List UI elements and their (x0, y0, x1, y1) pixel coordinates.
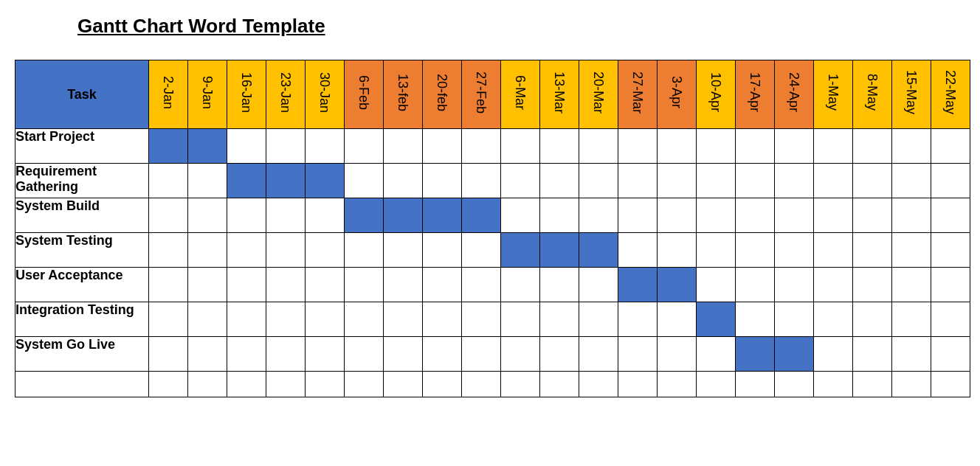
gantt-empty-cell (462, 268, 501, 302)
gantt-empty-cell (227, 233, 266, 268)
gantt-empty-cell (540, 129, 579, 164)
gantt-empty-cell (306, 268, 345, 302)
date-header-label: 15-May (905, 70, 918, 114)
gantt-empty-cell (384, 337, 423, 372)
gantt-empty-cell (345, 268, 384, 302)
task-name-cell: System Go Live (15, 337, 149, 372)
gantt-empty-cell (892, 198, 931, 233)
gantt-bar-cell (736, 337, 775, 372)
gantt-bar-cell (149, 129, 188, 164)
gantt-empty-cell (149, 372, 188, 397)
gantt-empty-cell (775, 233, 814, 268)
date-header-label: 23-Jan (279, 72, 292, 113)
gantt-empty-cell (618, 233, 658, 268)
page-title: Gantt Chart Word Template (77, 15, 967, 38)
gantt-empty-cell (775, 268, 814, 302)
gantt-bar-cell (345, 198, 384, 233)
gantt-empty-cell (697, 233, 736, 268)
date-header: 16-Jan (227, 60, 266, 129)
gantt-empty-cell (462, 164, 501, 198)
gantt-bar-cell (697, 302, 736, 337)
date-header: 6-Feb (345, 60, 384, 129)
date-header-label: 30-Jan (318, 72, 331, 113)
gantt-empty-cell (188, 198, 227, 233)
task-name-cell: System Build (15, 198, 149, 233)
gantt-empty-cell (227, 302, 266, 337)
gantt-empty-cell (306, 233, 345, 268)
gantt-empty-cell (227, 372, 266, 397)
gantt-empty-cell (931, 129, 970, 164)
gantt-empty-cell (892, 164, 931, 198)
gantt-empty-cell (306, 198, 345, 233)
gantt-empty-cell (423, 164, 462, 198)
gantt-empty-cell (579, 372, 618, 397)
gantt-empty-cell (853, 337, 892, 372)
gantt-empty-cell (736, 198, 775, 233)
gantt-bar-cell (501, 233, 540, 268)
gantt-empty-cell (306, 302, 345, 337)
gantt-empty-cell (345, 233, 384, 268)
gantt-bar-cell (306, 164, 345, 198)
gantt-empty-cell (697, 129, 736, 164)
gantt-empty-cell (423, 268, 462, 302)
date-header-label: 22-May (944, 70, 957, 114)
date-header: 27-Feb (462, 60, 501, 129)
date-header: 30-Jan (306, 60, 345, 129)
gantt-empty-cell (462, 302, 501, 337)
date-header: 9-Jan (188, 60, 227, 129)
gantt-empty-cell (149, 337, 188, 372)
gantt-empty-cell (931, 164, 970, 198)
date-header: 22-May (931, 60, 970, 129)
gantt-empty-cell (266, 372, 306, 397)
task-row: User Acceptance (15, 268, 970, 302)
gantt-empty-cell (579, 129, 618, 164)
gantt-empty-cell (853, 372, 892, 397)
gantt-empty-cell (149, 302, 188, 337)
date-header: 6-Mar (501, 60, 540, 129)
gantt-empty-cell (814, 233, 853, 268)
gantt-empty-cell (814, 198, 853, 233)
task-row: Requirement Gathering (15, 164, 970, 198)
gantt-empty-cell (931, 268, 970, 302)
gantt-bar-cell (423, 198, 462, 233)
gantt-empty-cell (736, 233, 775, 268)
gantt-empty-cell (501, 268, 540, 302)
gantt-bar-cell (188, 129, 227, 164)
gantt-empty-cell (384, 268, 423, 302)
gantt-empty-cell (618, 302, 658, 337)
gantt-empty-cell (501, 129, 540, 164)
gantt-empty-cell (345, 302, 384, 337)
gantt-empty-cell (579, 164, 618, 198)
task-name-cell: System Testing (15, 233, 149, 268)
date-header: 1-May (814, 60, 853, 129)
gantt-empty-cell (227, 337, 266, 372)
gantt-empty-cell (540, 198, 579, 233)
gantt-empty-cell (227, 129, 266, 164)
gantt-empty-cell (306, 372, 345, 397)
gantt-empty-cell (384, 302, 423, 337)
gantt-empty-cell (853, 129, 892, 164)
gantt-empty-cell (462, 129, 501, 164)
gantt-empty-cell (618, 372, 658, 397)
task-name-cell: Integration Testing (15, 302, 149, 337)
gantt-empty-cell (266, 337, 306, 372)
gantt-bar-cell (540, 233, 579, 268)
gantt-empty-cell (579, 268, 618, 302)
gantt-empty-cell (266, 268, 306, 302)
gantt-empty-cell (892, 268, 931, 302)
gantt-empty-cell (423, 372, 462, 397)
gantt-empty-cell (658, 372, 697, 397)
task-name-cell (15, 372, 149, 397)
gantt-empty-cell (266, 198, 306, 233)
date-header-label: 2-Jan (162, 76, 175, 109)
gantt-empty-cell (814, 372, 853, 397)
task-name-cell: User Acceptance (15, 268, 149, 302)
gantt-bar-cell (227, 164, 266, 198)
gantt-empty-cell (892, 372, 931, 397)
date-header: 17-Apr (736, 60, 775, 129)
gantt-empty-cell (892, 337, 931, 372)
gantt-empty-cell (345, 129, 384, 164)
date-header: 2-Jan (149, 60, 188, 129)
gantt-empty-cell (188, 372, 227, 397)
gantt-empty-cell (501, 302, 540, 337)
